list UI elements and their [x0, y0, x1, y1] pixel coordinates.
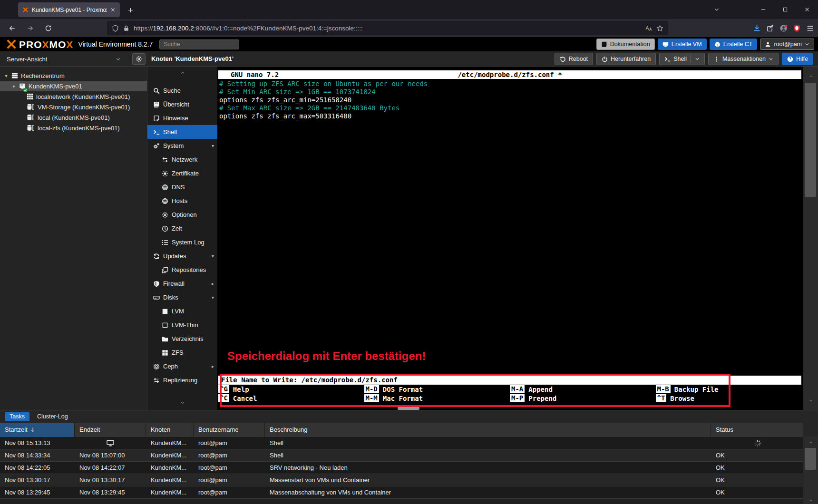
nav-item-lvm[interactable]: LVM [147, 304, 217, 318]
task-desc: Massenabschaltung von VMs und Container [265, 486, 711, 498]
nav-item-hosts[interactable]: Hosts [147, 194, 217, 208]
scroll-down-arrow[interactable] [803, 397, 818, 404]
reload-button[interactable] [41, 21, 55, 35]
tasks-scrollbar[interactable] [803, 436, 818, 504]
column-header-beschreibung[interactable]: Beschreibung [265, 423, 711, 437]
scrollbar-thumb[interactable] [805, 448, 816, 470]
tree-expander-icon[interactable]: ▾ [4, 73, 9, 78]
column-header-benutzername[interactable]: Benutzername [194, 423, 265, 437]
help-button[interactable]: ?Hilfe [782, 53, 813, 65]
panel-splitter-handle[interactable] [398, 407, 419, 410]
scroll-up-arrow[interactable] [803, 72, 818, 80]
url-bar[interactable]: https://192.168.200.2:8006/#v1:0:=node%2… [107, 21, 668, 35]
close-window-button[interactable] [796, 0, 818, 19]
task-desc: Massenstart von VMs und Container [265, 474, 711, 486]
nav-item-disks[interactable]: Disks▾ [147, 291, 217, 304]
tree-settings-button[interactable] [132, 53, 146, 65]
nav-item-suche[interactable]: Suche [147, 84, 217, 97]
lock-icon[interactable] [123, 25, 130, 32]
reboot-button[interactable]: Reboot [555, 53, 593, 65]
bulk-actions-button[interactable]: Massenaktionen [708, 53, 779, 65]
column-header-status[interactable]: Status [711, 423, 803, 437]
tree-item-local[interactable]: local (KundenKMS-pve01) [0, 112, 147, 123]
back-button[interactable] [5, 21, 19, 35]
nav-item-zfs[interactable]: ZFS [147, 346, 217, 359]
nav-item-uebersicht[interactable]: Übersicht [147, 97, 217, 111]
task-desc: Shell [265, 437, 711, 449]
view-mode-select[interactable]: Server-Ansicht [4, 54, 124, 64]
nav-item-optionen[interactable]: Optionen [147, 208, 217, 222]
account-avatar-icon[interactable] [779, 24, 788, 32]
shutdown-button[interactable]: Herunterfahren [596, 53, 656, 65]
nav-item-netzwerk[interactable]: Netzwerk [147, 153, 217, 166]
nav-item-system-log[interactable]: System Log [147, 235, 217, 249]
forward-button[interactable] [23, 21, 37, 35]
nav-item-repositories[interactable]: Repositories [147, 263, 217, 277]
bookmark-star-icon[interactable] [656, 25, 663, 32]
column-header-startzeit[interactable]: Startzeit [0, 423, 75, 437]
menu-hamburger-icon[interactable] [806, 24, 814, 32]
tree-item-localnetwork[interactable]: localnetwork (KundenKMS-pve01) [0, 91, 147, 102]
tracking-protection-shield-icon[interactable] [112, 25, 119, 32]
task-start: Nov 08 13:29:45 [0, 486, 75, 498]
back-arrow-icon [9, 25, 16, 32]
documentation-button[interactable]: Dokumentation [596, 39, 655, 50]
task-row[interactable]: Nov 08 13:30:17 Nov 08 13:30:17 KundenKM… [0, 474, 803, 486]
task-start: Nov 08 13:30:17 [0, 474, 75, 486]
tree-item-datacenter[interactable]: ▾ Rechenzentrum [0, 70, 147, 81]
nav-item-lvm-thin[interactable]: LVM-Thin [147, 318, 217, 332]
nav-item-replizierung[interactable]: Replizierung [147, 373, 217, 387]
user-menu-button[interactable]: root@pam [760, 39, 814, 50]
column-header-knoten[interactable]: Knoten [146, 423, 194, 437]
task-user: root@pam [194, 462, 265, 474]
console-scrollbar[interactable] [803, 67, 818, 410]
minimize-button[interactable] [752, 0, 774, 19]
shell-console[interactable]: GNU nano 7.2 /etc/modprobe.d/zfs.conf * … [217, 67, 803, 410]
window-controls [752, 0, 818, 19]
scroll-up-arrow[interactable] [803, 438, 818, 446]
tree-item-local-zfs[interactable]: local-zfs (KundenKMS-pve01) [0, 123, 147, 133]
nav-item-shell[interactable]: Shell [147, 125, 217, 139]
shell-button[interactable]: Shell [659, 53, 705, 65]
task-row[interactable]: Nov 08 14:22:05 Nov 08 14:22:07 KundenKM… [0, 462, 803, 474]
translate-icon[interactable]: A [645, 25, 652, 32]
create-ct-button[interactable]: Erstelle CT [710, 39, 758, 50]
nav-item-zeit[interactable]: Zeit [147, 222, 217, 235]
column-header-endzeit[interactable]: Endzeit [75, 423, 146, 437]
browser-tab[interactable]: KundenKMS-pve01 - Proxmox V [18, 2, 120, 17]
ublock-shield-icon[interactable] [793, 24, 801, 32]
resource-tree: ▾ Rechenzentrum ▾ KundenKMS-pve01 localn… [0, 67, 147, 410]
nav-item-firewall[interactable]: Firewall▸ [147, 277, 217, 291]
nav-item-system[interactable]: System▾ [147, 139, 217, 153]
new-tab-button[interactable] [125, 4, 136, 16]
task-row[interactable]: Nov 08 15:13:13 KundenKM... root@pam She… [0, 437, 803, 449]
create-vm-button[interactable]: Erstelle VM [658, 39, 707, 50]
chevron-down-icon[interactable] [695, 57, 700, 61]
task-row[interactable]: Nov 08 14:33:34 Nov 08 15:07:00 KundenKM… [0, 449, 803, 462]
scroll-down-arrow[interactable] [803, 496, 818, 504]
tree-item-vm-storage[interactable]: VM-Storage (KundenKMS-pve01) [0, 102, 147, 112]
scrollbar-thumb[interactable] [805, 83, 816, 197]
nav-item-updates[interactable]: Updates▾ [147, 249, 217, 263]
scroll-down-hint[interactable] [147, 399, 217, 406]
nav-item-dns[interactable]: DNS [147, 180, 217, 194]
tree-item-node[interactable]: ▾ KundenKMS-pve01 [0, 81, 147, 91]
nav-item-hinweise[interactable]: Hinweise [147, 111, 217, 125]
global-search-input[interactable] [159, 39, 239, 49]
tab-tasks[interactable]: Tasks [5, 412, 29, 421]
task-status: OK [711, 449, 803, 461]
tab-cluster-log[interactable]: Cluster-Log [32, 412, 73, 421]
list-all-tabs-button[interactable] [709, 0, 725, 19]
nav-item-zertifikate[interactable]: Zertifikate [147, 166, 217, 180]
tab-close-icon[interactable] [110, 7, 116, 12]
task-row[interactable]: Nov 08 13:29:45 Nov 08 13:29:45 KundenKM… [0, 486, 803, 499]
downloads-icon[interactable] [753, 24, 761, 32]
tree-item-label: localnetwork (KundenKMS-pve01) [36, 93, 130, 100]
nav-item-verzeichnis[interactable]: Verzeichnis [147, 332, 217, 346]
nav-item-ceph[interactable]: Ceph▸ [147, 359, 217, 373]
extension-icon[interactable] [766, 24, 774, 32]
maximize-button[interactable] [774, 0, 796, 19]
scroll-up-hint[interactable] [147, 69, 217, 76]
node-title: Knoten 'KundenKMS-pve01' [151, 55, 234, 62]
tree-expander-icon[interactable]: ▾ [11, 84, 16, 89]
